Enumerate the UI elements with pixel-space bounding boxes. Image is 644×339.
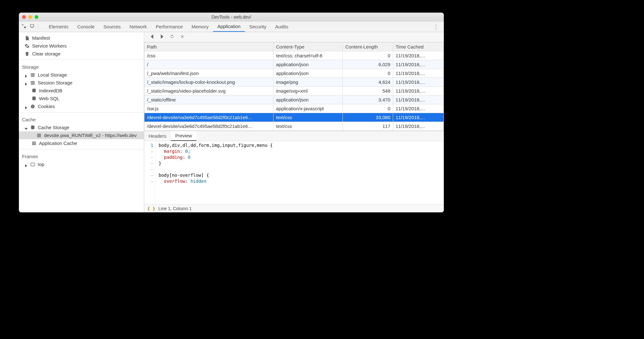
sidebar-label: Cookies (38, 104, 55, 109)
sidebar-item-service-workers[interactable]: Service Workers (19, 42, 144, 50)
nav-back-icon[interactable] (150, 34, 154, 40)
kebab-menu-icon[interactable]: ⋮ (431, 23, 441, 30)
cell-time: 11/19/2018,… (393, 60, 444, 69)
preview-tabstrip: Headers Preview (144, 131, 444, 141)
trash-icon (25, 51, 30, 56)
tab-network[interactable]: Network (125, 21, 151, 32)
sidebar-label: Application Cache (39, 141, 77, 146)
cell-time: 11/19/2018,… (393, 87, 444, 95)
table-row[interactable]: /devrel-devsite/va3e6d7c495ae58d2f0c21ab… (144, 113, 444, 122)
table-icon (30, 72, 35, 78)
device-toolbar-icon[interactable] (30, 24, 35, 30)
sidebar-item-cache-storage[interactable]: Cache Storage (19, 124, 144, 131)
sidebar-item-application-cache[interactable]: Application Cache (19, 139, 144, 147)
tab-preview[interactable]: Preview (171, 131, 196, 141)
col-time-cached[interactable]: Time Cached (393, 43, 444, 51)
tab-application[interactable]: Application (213, 21, 245, 32)
content-pane: Path Content-Type Content-Length Time Ca… (144, 32, 444, 212)
cell-path: /_static/images/video-placeholder.svg (144, 87, 274, 95)
cell-length: 0 (343, 51, 393, 60)
maximize-window-button[interactable] (35, 15, 38, 19)
svg-point-5 (32, 107, 33, 107)
table-row[interactable]: /_static/images/lockup-color-knockout.pn… (144, 78, 444, 87)
cell-length: 33,080 (343, 113, 393, 122)
tab-sources[interactable]: Sources (99, 21, 125, 32)
delete-icon[interactable] (180, 34, 184, 40)
close-window-button[interactable] (22, 15, 26, 19)
sidebar-label: Cache Storage (38, 125, 69, 130)
tab-audits[interactable]: Audits (271, 21, 293, 32)
sidebar-label: top (38, 162, 44, 167)
cell-path: /css (144, 51, 274, 60)
cell-path: /_static/offline (144, 95, 274, 104)
code-content[interactable]: body,div,dl,dd,form,img,input,figure,men… (155, 141, 444, 204)
sidebar-item-cookies[interactable]: Cookies (19, 102, 144, 110)
table-row[interactable]: /_static/images/video-placeholder.svgima… (144, 87, 444, 95)
svg-rect-7 (31, 163, 35, 166)
cell-type: application/json (274, 60, 343, 69)
sidebar-item-cache-entry[interactable]: devsite.pwa_RUNTIME_v2 - https://web.dev (19, 131, 144, 139)
cell-path: /devrel-devsite/va3e6d7c495ae58d2f0c21ab… (144, 122, 274, 131)
sidebar-item-manifest[interactable]: Manifest (19, 34, 144, 42)
table-icon (30, 80, 35, 85)
sidebar-item-local-storage[interactable]: Local Storage (19, 71, 144, 79)
cell-length: 117 (343, 122, 393, 131)
tab-memory[interactable]: Memory (187, 21, 213, 32)
sidebar-label: Web SQL (39, 96, 59, 101)
inspect-element-icon[interactable] (21, 24, 26, 30)
sidebar-label: Local Storage (38, 72, 67, 78)
sidebar-item-session-storage[interactable]: Session Storage (19, 79, 144, 87)
main-area: Manifest Service Workers Clear storage S… (19, 32, 444, 212)
cell-length: 0 (343, 69, 393, 78)
cell-length: 548 (343, 87, 393, 95)
cell-length: 4,624 (343, 78, 393, 87)
database-icon (31, 96, 37, 101)
table-row[interactable]: /sw.jsapplication/x-javascript011/19/201… (144, 104, 444, 113)
tab-performance[interactable]: Performance (151, 21, 187, 32)
cell-path: / (144, 60, 274, 69)
table-row[interactable]: /csstext/css; charset=utf-8011/19/2018,… (144, 51, 444, 60)
tab-elements[interactable]: Elements (44, 21, 73, 32)
cell-time: 11/19/2018,… (393, 104, 444, 113)
cell-type: image/svg+xml (274, 87, 343, 95)
nav-forward-icon[interactable] (160, 34, 164, 40)
sidebar-item-clear-storage[interactable]: Clear storage (19, 50, 144, 58)
sidebar-label: Manifest (32, 35, 50, 41)
cell-path: /_pwa/web/manifest.json (144, 69, 274, 78)
table-row[interactable]: /application/json6,02911/19/2018,… (144, 60, 444, 69)
chevron-right-icon (25, 164, 28, 167)
sidebar-item-websql[interactable]: Web SQL (19, 95, 144, 102)
chevron-right-icon (25, 83, 28, 86)
braces-icon[interactable]: { } (147, 206, 155, 211)
svg-point-4 (33, 106, 34, 106)
tab-security[interactable]: Security (245, 21, 271, 32)
devtools-tabstrip: ElementsConsoleSourcesNetworkPerformance… (19, 21, 444, 32)
table-row[interactable]: /_static/offlineapplication/json3,47011/… (144, 95, 444, 104)
col-content-length[interactable]: Content-Length (343, 43, 393, 51)
sidebar-item-top-frame[interactable]: top (19, 160, 144, 168)
cache-header: Cache (19, 114, 144, 124)
cell-time: 11/19/2018,… (393, 51, 444, 60)
sidebar-item-indexeddb[interactable]: IndexedDB (19, 87, 144, 95)
gear-icon (25, 43, 30, 49)
col-path[interactable]: Path (144, 43, 274, 51)
cell-type: image/png (274, 78, 343, 87)
database-icon (30, 125, 35, 130)
cell-length: 6,029 (343, 60, 393, 69)
devtools-window: DevTools - web.dev/ ElementsConsoleSourc… (19, 13, 444, 212)
col-content-type[interactable]: Content-Type (274, 43, 343, 51)
sidebar-label: Session Storage (38, 80, 72, 85)
tab-console[interactable]: Console (73, 21, 99, 32)
minimize-window-button[interactable] (28, 15, 32, 19)
table-icon (31, 141, 37, 146)
sidebar-label: Service Workers (32, 43, 67, 49)
cell-time: 11/19/2018,… (393, 69, 444, 78)
database-icon (31, 88, 37, 93)
svg-point-3 (32, 106, 32, 106)
line-gutter: 1 –––––– (144, 141, 155, 204)
refresh-icon[interactable] (170, 34, 174, 40)
tab-headers[interactable]: Headers (144, 131, 171, 141)
table-row[interactable]: /_pwa/web/manifest.jsonapplication/json0… (144, 69, 444, 78)
cache-toolbar (144, 32, 444, 42)
table-row[interactable]: /devrel-devsite/va3e6d7c495ae58d2f0c21ab… (144, 122, 444, 131)
